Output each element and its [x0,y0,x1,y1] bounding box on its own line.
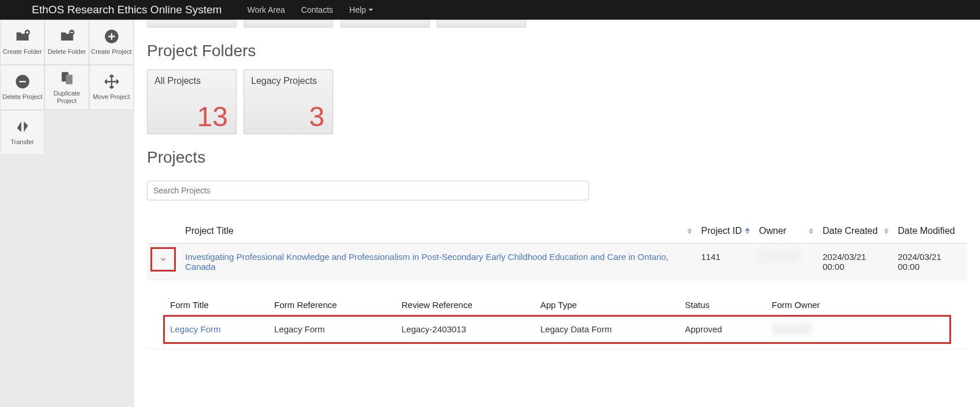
col-project-id[interactable]: Project ID [695,219,753,244]
folder-all-projects[interactable]: All Projects 13 [147,69,237,134]
cell-status: Approved [679,316,766,343]
col-date-modified[interactable]: Date Modified [892,219,967,244]
col-project-title[interactable]: Project Title [179,219,695,244]
svg-rect-5 [65,75,72,84]
app-title: EthOS Research Ethics Online System [32,3,222,16]
expand-row-toggle[interactable] [150,247,176,272]
folder-plus-icon [14,28,31,45]
project-row: Investigating Professional Knowledge and… [147,244,967,280]
move-icon [104,74,120,90]
project-row-expanded: Form Title Form Reference Review Referen… [147,280,967,349]
folder-minus-icon [59,28,75,45]
nav-help[interactable]: Help [341,5,381,14]
projects-table: Project Title Project ID Owner Date Crea… [147,219,967,349]
cell-form-owner: redacted [772,323,812,335]
nav-contacts[interactable]: Contacts [293,5,341,14]
sort-icon [884,228,889,234]
main-content: Project Folders All Projects 13 Legacy P… [134,20,980,407]
sort-icon [687,228,692,234]
chevron-down-icon [369,9,373,11]
search-projects-input[interactable] [147,181,589,200]
projects-heading: Projects [147,148,967,167]
project-title-link[interactable]: Investigating Professional Knowledge and… [185,252,668,272]
col-app-type: App Type [535,294,679,316]
sort-icon [809,228,813,234]
move-project-button[interactable]: Move Project [89,65,134,110]
transfer-icon [14,119,31,135]
folder-count: 13 [197,101,228,133]
cell-review-reference: Legacy-2403013 [396,316,535,343]
create-folder-button[interactable]: Create Folder [0,20,45,65]
forms-subtable: Form Title Form Reference Review Referen… [164,294,950,343]
folder-legacy-projects[interactable]: Legacy Projects 3 [244,69,333,134]
minus-circle-icon [14,74,31,90]
plus-circle-icon [104,28,120,45]
create-project-button[interactable]: Create Project [89,20,134,65]
cell-date-created: 2024/03/21 00:00 [817,244,892,280]
cell-form-reference: Legacy Form [268,316,396,343]
sidebar-empty [89,110,134,155]
form-title-link[interactable]: Legacy Form [170,324,221,334]
sort-icon [745,228,750,234]
form-row: Legacy Form Legacy Form Legacy-2403013 L… [164,316,950,343]
col-form-reference: Form Reference [268,294,396,316]
folder-title: All Projects [154,76,229,86]
delete-project-button[interactable]: Delete Project [0,65,45,110]
navbar: EthOS Research Ethics Online System Work… [0,0,980,20]
placeholder-row [147,20,967,28]
placeholder-tile [244,20,333,28]
folders-heading: Project Folders [147,42,967,60]
col-form-owner: Form Owner [766,294,950,316]
nav-work-area[interactable]: Work Area [239,5,293,14]
cell-date-modified: 2024/03/21 00:00 [892,244,967,280]
chevron-down-icon [159,255,167,263]
cell-owner: redacted [759,251,800,263]
duplicate-project-button[interactable]: Duplicate Project [45,65,89,110]
delete-folder-button[interactable]: Delete Folder [45,20,89,65]
placeholder-tile [437,20,526,28]
col-status: Status [679,294,766,316]
cell-app-type: Legacy Data Form [535,316,679,343]
folder-count: 3 [309,101,325,133]
cell-project-id: 1141 [695,244,753,280]
col-owner[interactable]: Owner [753,219,817,244]
transfer-button[interactable]: Transfer [0,110,45,155]
folder-title: Legacy Projects [251,76,326,86]
sidebar: Create Folder Delete Folder Create Proje… [0,20,134,407]
sidebar-empty [45,110,89,155]
duplicate-icon [59,70,75,86]
col-review-reference: Review Reference [396,294,535,316]
placeholder-tile [147,20,237,28]
placeholder-tile [340,20,430,28]
col-date-created[interactable]: Date Created [817,219,892,244]
col-form-title: Form Title [164,294,268,316]
